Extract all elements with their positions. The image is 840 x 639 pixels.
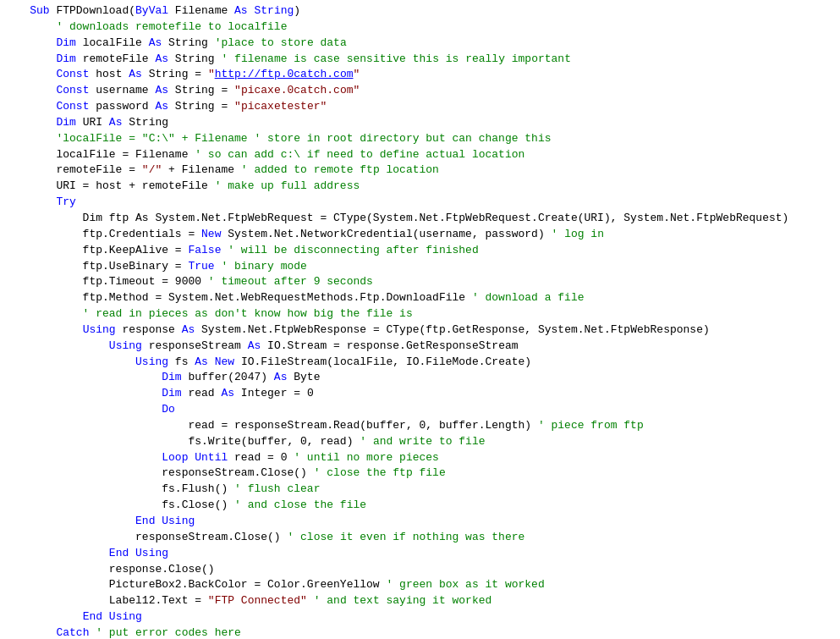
code-line-12: URI = host + remoteFile ' make up full a… <box>0 179 840 195</box>
code-line-9: 'localFile = "C:\" + Filename ' store in… <box>0 131 840 147</box>
code-line-31: fs.Flush() ' flush clear <box>0 482 840 498</box>
code-line-8: Dim URI As String <box>0 115 840 131</box>
code-line-30: responseStream.Close() ' close the ftp f… <box>0 465 840 482</box>
code-line-20: ' read in pieces as don't know how big t… <box>0 306 840 322</box>
line-content: ' downloads remotefile to localfile <box>3 19 837 36</box>
code-line-26: Do <box>0 402 840 418</box>
code-line-24: Dim buffer(2047) As Byte <box>0 370 840 386</box>
code-line-34: responseStream.Close() ' close it even i… <box>0 530 840 546</box>
line-content: fs.Write(buffer, 0, read) ' and write to… <box>3 434 837 450</box>
code-line-13: Try <box>0 195 840 211</box>
line-content: End Using <box>3 609 837 625</box>
code-line-3: Dim localFile As String 'place to store … <box>0 36 840 52</box>
code-line-36: response.Close() <box>0 562 840 578</box>
line-content: Using fs As New IO.FileStream(localFile,… <box>3 355 837 371</box>
code-line-7: Const password As String = "picaxetester… <box>0 99 840 115</box>
code-line-33: End Using <box>0 514 840 530</box>
code-line-25: Dim read As Integer = 0 <box>0 386 840 402</box>
line-content: End Using <box>3 546 837 562</box>
line-content: Using responseStream As IO.Stream = resp… <box>3 339 837 355</box>
line-content: responseStream.Close() ' close it even i… <box>3 530 837 546</box>
line-content: remoteFile = "/" + Filename ' added to r… <box>3 163 837 179</box>
line-content: fs.Flush() ' flush clear <box>3 482 837 498</box>
code-line-37: PictureBox2.BackColor = Color.GreenYello… <box>0 577 840 593</box>
code-line-6: Const username As String = "picaxe.0catc… <box>0 83 840 99</box>
code-line-27: read = responseStream.Read(buffer, 0, bu… <box>0 418 840 434</box>
line-content: Do <box>3 402 837 418</box>
line-content: Const password As String = "picaxetester… <box>3 99 837 115</box>
line-content: fs.Close() ' and close the file <box>3 498 837 514</box>
code-line-14: Dim ftp As System.Net.FtpWebRequest = CT… <box>0 211 840 227</box>
line-content: Const host As String = "http://ftp.0catc… <box>3 67 837 83</box>
line-content: response.Close() <box>3 562 837 578</box>
line-content: Dim URI As String <box>3 115 837 131</box>
code-line-2: ' downloads remotefile to localfile <box>0 19 840 36</box>
code-line-40: Catch ' put error codes here <box>0 625 840 639</box>
code-line-16: ftp.KeepAlive = False ' will be disconne… <box>0 243 840 259</box>
code-editor: Sub FTPDownload(ByVal Filename As String… <box>0 0 840 639</box>
line-content: Dim buffer(2047) As Byte <box>3 370 837 386</box>
code-line-35: End Using <box>0 546 840 562</box>
line-content: Label12.Text = "FTP Connected" ' and tex… <box>3 593 837 609</box>
line-content: localFile = Filename ' so can add c:\ if… <box>3 147 837 163</box>
code-line-15: ftp.Credentials = New System.Net.Network… <box>0 227 840 243</box>
code-line-28: fs.Write(buffer, 0, read) ' and write to… <box>0 434 840 450</box>
line-content: Dim ftp As System.Net.FtpWebRequest = CT… <box>3 211 837 227</box>
code-line-32: fs.Close() ' and close the file <box>0 498 840 514</box>
line-content: ftp.KeepAlive = False ' will be disconne… <box>3 243 837 259</box>
code-line-1: Sub FTPDownload(ByVal Filename As String… <box>0 3 840 19</box>
code-line-4: Dim remoteFile As String ' filename is c… <box>0 52 840 68</box>
line-content: Dim localFile As String 'place to store … <box>3 36 837 52</box>
line-content: Try <box>3 195 837 211</box>
code-line-17: ftp.UseBinary = True ' binary mode <box>0 259 840 275</box>
line-content: Const username As String = "picaxe.0catc… <box>3 83 837 99</box>
line-content: ftp.Timeout = 9000 ' timeout after 9 sec… <box>3 274 837 290</box>
line-content: ' read in pieces as don't know how big t… <box>3 306 837 322</box>
line-content: PictureBox2.BackColor = Color.GreenYello… <box>3 577 837 593</box>
code-line-21: Using response As System.Net.FtpWebRespo… <box>0 322 840 339</box>
code-line-10: localFile = Filename ' so can add c:\ if… <box>0 147 840 163</box>
line-content: read = responseStream.Read(buffer, 0, bu… <box>3 418 837 434</box>
line-content: ftp.Method = System.Net.WebRequestMethod… <box>3 290 837 306</box>
code-line-22: Using responseStream As IO.Stream = resp… <box>0 339 840 355</box>
line-content: Using response As System.Net.FtpWebRespo… <box>3 322 837 339</box>
code-line-11: remoteFile = "/" + Filename ' added to r… <box>0 163 840 179</box>
code-line-23: Using fs As New IO.FileStream(localFile,… <box>0 355 840 371</box>
line-content: responseStream.Close() ' close the ftp f… <box>3 465 837 482</box>
line-content: URI = host + remoteFile ' make up full a… <box>3 179 837 195</box>
line-content: Sub FTPDownload(ByVal Filename As String… <box>3 3 837 19</box>
line-content: Dim read As Integer = 0 <box>3 386 837 402</box>
line-content: Loop Until read = 0 ' until no more piec… <box>3 450 837 466</box>
code-line-19: ftp.Method = System.Net.WebRequestMethod… <box>0 290 840 306</box>
code-line-18: ftp.Timeout = 9000 ' timeout after 9 sec… <box>0 274 840 290</box>
code-line-38: Label12.Text = "FTP Connected" ' and tex… <box>0 593 840 609</box>
code-line-39: End Using <box>0 609 840 625</box>
code-line-5: Const host As String = "http://ftp.0catc… <box>0 67 840 83</box>
line-content: ftp.UseBinary = True ' binary mode <box>3 259 837 275</box>
line-content: Catch ' put error codes here <box>3 625 837 639</box>
line-content: End Using <box>3 514 837 530</box>
line-content: Dim remoteFile As String ' filename is c… <box>3 52 837 68</box>
line-content: 'localFile = "C:\" + Filename ' store in… <box>3 131 837 147</box>
line-content: ftp.Credentials = New System.Net.Network… <box>3 227 837 243</box>
code-line-29: Loop Until read = 0 ' until no more piec… <box>0 450 840 466</box>
